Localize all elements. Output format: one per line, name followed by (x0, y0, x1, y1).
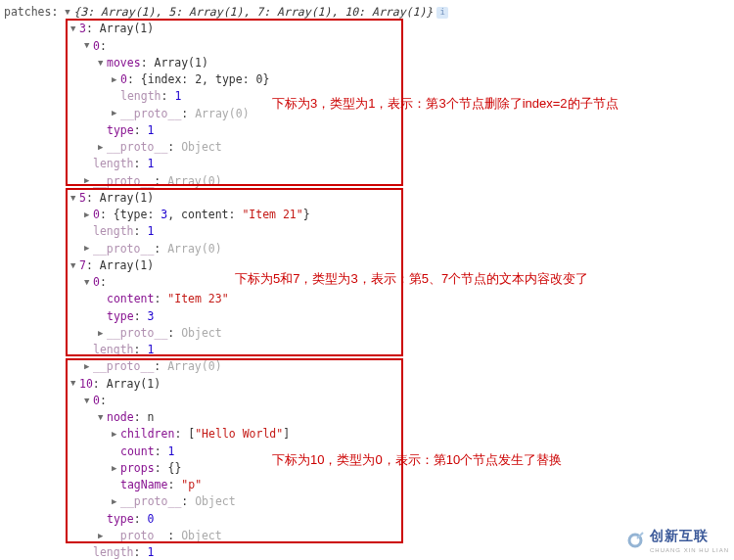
note-2: 下标为5和7，类型为3，表示：第5、7个节点的文本内容改变了 (235, 269, 588, 289)
note-3: 下标为10，类型为0，表示：第10个节点发生了替换 (272, 450, 562, 470)
caret-down-icon[interactable]: ▼ (84, 276, 93, 290)
patch-7-length: length : 1 (4, 342, 730, 358)
caret-right-icon[interactable]: ▶ (84, 209, 93, 222)
caret-right-icon[interactable]: ▶ (84, 242, 93, 256)
patch-3-moves[interactable]: ▼ moves : Array(1) (4, 55, 730, 71)
patch-5-header[interactable]: ▼ 5 : Array(1) (4, 190, 730, 207)
patch-7-proto[interactable]: ▶ __proto__ : Array(0) (4, 358, 730, 375)
patch-5-length: length : 1 (4, 223, 730, 240)
patch-5-proto[interactable]: ▶ __proto__ : Array(0) (4, 241, 730, 257)
caret-down-icon[interactable]: ▼ (70, 259, 79, 273)
watermark-subtitle: CHUANG XIN HU LIAN (650, 546, 729, 555)
caret-right-icon[interactable]: ▶ (112, 107, 120, 120)
caret-right-icon[interactable]: ▶ (98, 141, 107, 155)
caret-down-icon[interactable]: ▼ (84, 39, 93, 53)
caret-right-icon[interactable]: ▶ (84, 174, 93, 188)
patch-3-moves-0[interactable]: ▶ 0 : {index: 2, type: 0} (4, 71, 730, 88)
patch-10-item0-proto[interactable]: ▶ __proto__ : Object (4, 528, 730, 544)
patch-10-header[interactable]: ▼ 10 : Array(1) (4, 376, 730, 393)
patch-7-content: content : "Item 23" (4, 291, 730, 307)
patch-10-node-proto[interactable]: ▶ __proto__ : Object (4, 493, 730, 510)
patch-10-length: length : 1 (4, 544, 730, 560)
caret-down-icon[interactable]: ▼ (70, 377, 79, 391)
caret-right-icon[interactable]: ▶ (84, 360, 93, 374)
caret-down-icon[interactable]: ▼ (98, 57, 107, 70)
caret-right-icon[interactable]: ▶ (98, 327, 107, 341)
info-icon[interactable]: i (436, 7, 448, 19)
caret-right-icon[interactable]: ▶ (112, 428, 120, 442)
patch-3-item0-proto[interactable]: ▶ __proto__ : Object (4, 139, 730, 156)
logo-icon (624, 530, 646, 551)
watermark: 创新互联 CHUANG XIN HU LIAN (624, 526, 729, 555)
caret-right-icon[interactable]: ▶ (112, 495, 120, 509)
patch-7-type: type : 3 (4, 308, 730, 325)
caret-down-icon[interactable]: ▼ (70, 23, 79, 36)
root-row[interactable]: patches : ▼ {3: Array(1), 5: Array(1), 7… (4, 4, 730, 21)
patch-3-proto[interactable]: ▶ __proto__ : Array(0) (4, 173, 730, 190)
patch-10-children[interactable]: ▶ children : ["Hello World"] (4, 426, 730, 443)
patches-summary: {3: Array(1), 5: Array(1), 7: Array(1), … (73, 4, 433, 21)
patch-10-node[interactable]: ▼ node : n (4, 409, 730, 426)
patches-label: patches (4, 4, 51, 21)
patch-7-item0-proto[interactable]: ▶ __proto__ : Object (4, 325, 730, 342)
patch-10-type: type : 0 (4, 511, 730, 528)
patch-3-type: type : 1 (4, 122, 730, 139)
caret-down-icon[interactable]: ▼ (98, 411, 107, 425)
patch-10-tagname: tagName : "p" (4, 477, 730, 493)
caret-right-icon[interactable]: ▶ (112, 462, 120, 476)
caret-down-icon[interactable]: ▼ (70, 192, 79, 206)
patch-5-item0[interactable]: ▶ 0 : {type: 3, content: "Item 21"} (4, 207, 730, 223)
patch-10-item0[interactable]: ▼ 0 : (4, 393, 730, 409)
patch-3-item0[interactable]: ▼ 0 : (4, 38, 730, 55)
caret-right-icon[interactable]: ▶ (112, 73, 120, 87)
patch-3-header[interactable]: ▼ 3 : Array(1) (4, 21, 730, 37)
patch-3-length: length : 1 (4, 156, 730, 172)
note-1: 下标为3，类型为1，表示：第3个节点删除了index=2的子节点 (272, 94, 619, 114)
watermark-title: 创新互联 (650, 526, 729, 546)
caret-down-icon[interactable]: ▼ (84, 395, 93, 408)
caret-down-icon[interactable]: ▼ (65, 6, 73, 20)
caret-right-icon[interactable]: ▶ (98, 530, 107, 543)
